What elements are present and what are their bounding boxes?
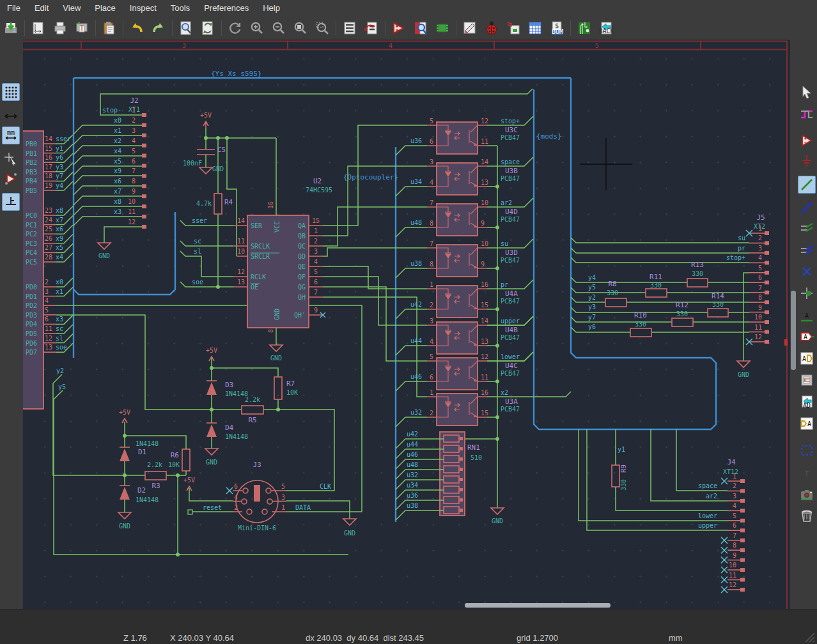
horizontal-scrollbar[interactable]: [465, 603, 611, 608]
zoom-out-icon[interactable]: [268, 19, 289, 38]
orthogonal-drawing-button[interactable]: [2, 193, 20, 211]
d4-diode[interactable]: D4 1N4148: [206, 423, 248, 440]
optocoupler[interactable]: 1 2 16 15 x2 U3A PCB47 u32: [396, 389, 520, 427]
vertical-scrollbar-thumb[interactable]: [791, 291, 796, 370]
optocoupler[interactable]: 3 4 14 13 space U3B PCB47 u34: [396, 157, 533, 196]
run-simulation-icon[interactable]: [389, 19, 409, 38]
place-power-port-tool[interactable]: [798, 152, 816, 170]
zoom-fit-icon[interactable]: [290, 19, 311, 38]
u2-symbol[interactable]: U2 74HC595 VCC 16 GND 8 14 11 10 12 13 S…: [233, 177, 332, 362]
connector-pin-row[interactable]: 9: [749, 304, 769, 314]
j2-connector[interactable]: J2 XT1 1 stop- 2 x0 3 x1 4: [98, 96, 146, 259]
svg-text:y3[interactable]: y3: [588, 303, 596, 310]
connector-pin-row[interactable]: 11: [749, 324, 769, 334]
plot-icon[interactable]: T: [72, 19, 92, 38]
connector-pin-row[interactable]: 8: [749, 294, 769, 304]
wire-to-bus-entry-tool[interactable]: [798, 219, 816, 237]
toggle-grid-button[interactable]: [2, 83, 20, 101]
hierarchy-navigator-icon[interactable]: [339, 19, 360, 38]
j4-connector[interactable]: J4 XT12 1 2 space: [698, 458, 745, 593]
rn1-network[interactable]: RN1 510 u42 u44 u46: [396, 431, 482, 520]
r14-resistor[interactable]: R14330: [708, 292, 728, 317]
j3-pin[interactable]: 4: [233, 494, 242, 502]
j5-connector[interactable]: J5 XT2 1 2 su: [726, 213, 769, 378]
d3-diode[interactable]: D3 1N4148: [206, 381, 248, 397]
generate-bom-icon[interactable]: $BOM: [547, 19, 567, 38]
print-icon[interactable]: [50, 19, 70, 38]
net-label-data[interactable]: DATA: [295, 504, 311, 511]
no-connect-tool[interactable]: [798, 263, 816, 280]
connector-pin-row[interactable]: 6 upper: [698, 522, 745, 532]
global-label-tool[interactable]: A: [798, 328, 816, 346]
redraw-view-icon[interactable]: [225, 19, 245, 38]
net-label-y1[interactable]: y1: [618, 446, 625, 453]
save-button[interactable]: [1, 19, 21, 38]
menu-tools[interactable]: Tools: [164, 0, 197, 16]
connector-pin-row[interactable]: 9 x7: [114, 188, 146, 198]
connector-pin-row[interactable]: 5: [749, 264, 769, 275]
graphic-line-tool[interactable]: [798, 441, 816, 459]
import-back-annotation-icon[interactable]: BACK: [596, 19, 616, 38]
bus-to-bus-entry-tool[interactable]: [798, 241, 816, 259]
sheet-pin-tool[interactable]: A: [798, 415, 816, 433]
j3-pin[interactable]: 1: [272, 504, 286, 512]
place-image-tool[interactable]: [798, 486, 816, 503]
net-label-soe[interactable]: soe: [192, 279, 203, 286]
svg-text:y5[interactable]: y5: [588, 284, 596, 291]
r8-resistor[interactable]: R8330: [605, 280, 626, 307]
zoom-in-icon[interactable]: [247, 19, 267, 38]
menu-file[interactable]: File: [0, 0, 27, 16]
schematic-canvas[interactable]: 3 4 5 {Ys Xs s595} {Optocoupler} {mods}: [23, 40, 790, 609]
svg-text:y4[interactable]: y4: [588, 274, 596, 281]
r4-resistor[interactable]: R4 4.7k: [196, 194, 233, 214]
find-replace-icon[interactable]: [198, 19, 218, 38]
vertical-scrollbar-track[interactable]: [790, 40, 797, 609]
menu-preferences[interactable]: Preferences: [197, 0, 256, 16]
erc-check-icon[interactable]: [481, 19, 502, 38]
hierarchical-sheet-tool[interactable]: [798, 371, 816, 389]
graphic-text-tool[interactable]: T: [798, 463, 816, 481]
find-icon[interactable]: [176, 19, 196, 38]
hierarchical-label-tool[interactable]: A: [798, 349, 816, 367]
r7-resistor[interactable]: R7 10K: [274, 377, 298, 399]
connector-pin-row[interactable]: 4 stop+: [726, 254, 769, 264]
r11-resistor[interactable]: R11330: [646, 273, 667, 297]
units-mm-button[interactable]: mm: [2, 126, 20, 144]
connector-pin-row[interactable]: 12: [746, 334, 769, 345]
svg-text:y2[interactable]: y2: [588, 294, 596, 301]
units-inches-button[interactable]: [2, 107, 20, 125]
show-hidden-pins-button[interactable]: [2, 170, 20, 188]
j3-pin[interactable]: 3: [272, 494, 286, 502]
net-label-sl[interactable]: sl: [194, 248, 201, 255]
place-wire-tool[interactable]: [798, 176, 816, 194]
net-label-tool[interactable]: A: [798, 307, 816, 325]
select-tool[interactable]: [798, 83, 816, 101]
mcu-symbol[interactable]: PB0 14 sser PB1 15 y1 PB2 16 y6: [23, 131, 73, 409]
net-label-clk[interactable]: CLK: [320, 483, 331, 490]
import-sheet-pin-tool[interactable]: AD: [798, 393, 816, 411]
connector-pin-row[interactable]: 4: [728, 502, 745, 512]
footprint-browser-icon[interactable]: [432, 19, 453, 38]
paste-icon[interactable]: [99, 19, 120, 38]
j3-pin[interactable]: 2: [233, 504, 242, 512]
svg-text:y6[interactable]: y6: [588, 323, 596, 330]
net-label-reset[interactable]: reset: [203, 504, 222, 511]
optocoupler[interactable]: 7 8 10 9 su U3D PCB47 u38: [396, 239, 533, 278]
connector-pin-row[interactable]: 8 x6: [114, 178, 146, 188]
assign-footprints-icon[interactable]: [503, 19, 524, 38]
p5v-d1[interactable]: +5V: [119, 409, 130, 423]
optocoupler[interactable]: 5 6 12 11 stop+ U3C PCB47 u36: [396, 116, 533, 155]
svg-text:y7[interactable]: y7: [588, 314, 596, 321]
r13-resistor[interactable]: R13330: [687, 261, 708, 287]
undo-icon[interactable]: [127, 19, 147, 38]
r9-resistor[interactable]: R9 330 y1: [612, 446, 628, 491]
redo-icon[interactable]: [148, 19, 169, 38]
junction-tool[interactable]: [798, 284, 816, 302]
symbol-library-browser-icon[interactable]: [410, 19, 431, 38]
resize-grip[interactable]: [804, 632, 816, 643]
zoom-selection-icon[interactable]: [312, 19, 332, 38]
cursor-shape-button[interactable]: [2, 150, 20, 167]
page-settings-icon[interactable]: [28, 19, 49, 38]
menu-view[interactable]: View: [56, 0, 88, 16]
menu-inspect[interactable]: Inspect: [123, 0, 164, 16]
